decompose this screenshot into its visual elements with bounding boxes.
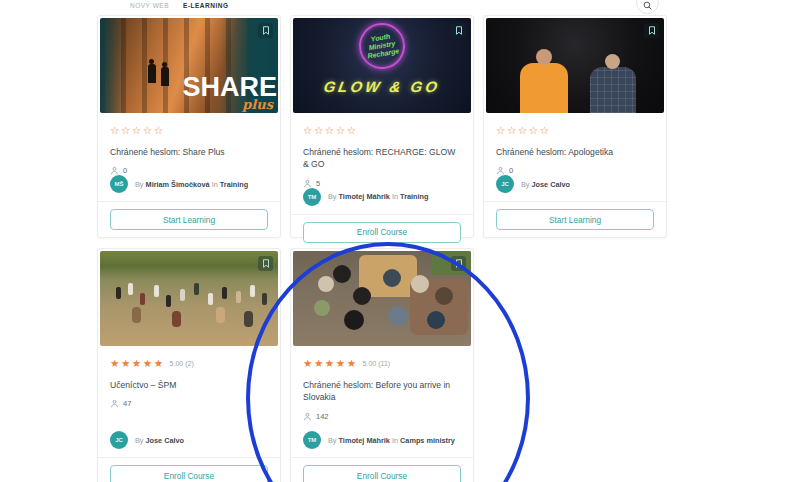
author-line: By Miriam Šimočková In Training — [135, 180, 248, 189]
star-empty-icon: ☆ — [143, 124, 154, 136]
star-empty-icon: ☆ — [303, 124, 314, 136]
bookmark-button[interactable] — [258, 256, 273, 271]
author-category: Training — [220, 180, 248, 189]
star-filled-icon: ★ — [303, 357, 314, 369]
course-card: ☆☆☆☆☆ Chránené heslom: Apologetika 0 JC … — [483, 15, 667, 238]
star-empty-icon: ☆ — [121, 124, 132, 136]
course-card-footer: Enroll Course — [98, 457, 280, 482]
star-rating: ★★★★★ — [303, 358, 358, 369]
author-name: Jose Calvo — [532, 180, 571, 189]
top-navigation: NOVÝ WEB E-LEARNING — [130, 2, 229, 9]
author-row: JC By Jose Calvo — [496, 175, 654, 201]
enrolled-count: 0 — [123, 166, 127, 175]
star-empty-icon: ☆ — [347, 124, 358, 136]
nav-item-novy-web[interactable]: NOVÝ WEB — [130, 2, 169, 9]
author-avatar: TM — [303, 431, 321, 449]
logo-text: Youth Ministry Recharge — [359, 30, 405, 61]
star-rating: ☆☆☆☆☆ — [110, 125, 165, 136]
enroll-button[interactable]: Start Learning — [110, 209, 268, 230]
author-line: By Jose Calvo — [521, 180, 570, 189]
course-card-body: ☆☆☆☆☆ Chránené heslom: Apologetika 0 JC … — [484, 115, 666, 201]
star-rating: ★★★★★ — [110, 358, 165, 369]
bookmark-icon — [455, 259, 463, 268]
author-avatar: MŠ — [110, 175, 128, 193]
enroll-button[interactable]: Enroll Course — [303, 222, 461, 243]
star-empty-icon: ☆ — [518, 124, 529, 136]
star-filled-icon: ★ — [110, 357, 121, 369]
bookmark-icon — [262, 26, 270, 35]
star-empty-icon: ☆ — [132, 124, 143, 136]
course-grid: SHAREplus ☆☆☆☆☆ Chránené heslom: Share P… — [97, 15, 667, 482]
author-line: By Timotej Máhrik In Camps ministry — [328, 436, 455, 445]
author-avatar: TM — [303, 188, 321, 206]
person-icon — [496, 166, 505, 175]
enroll-button[interactable]: Enroll Course — [110, 465, 268, 482]
rating-row: ☆☆☆☆☆ — [110, 124, 268, 136]
enrolled-count: 5 — [316, 179, 320, 188]
enroll-button[interactable]: Start Learning — [496, 209, 654, 230]
course-card-footer: Start Learning — [484, 201, 666, 237]
star-filled-icon: ★ — [132, 357, 143, 369]
author-row: MŠ By Miriam Šimočková In Training — [110, 175, 268, 201]
bookmark-icon — [648, 26, 656, 35]
enrolled-count: 142 — [316, 412, 329, 421]
star-empty-icon: ☆ — [507, 124, 518, 136]
rating-row: ☆☆☆☆☆ — [496, 124, 654, 136]
author-row: TM By Timotej Máhrik In Training — [303, 188, 461, 214]
course-image — [486, 18, 664, 113]
star-empty-icon: ☆ — [336, 124, 347, 136]
star-filled-icon: ★ — [154, 357, 165, 369]
star-filled-icon: ★ — [336, 357, 347, 369]
star-empty-icon: ☆ — [540, 124, 551, 136]
enrolled-row: 142 — [303, 412, 461, 421]
author-name: Jose Calvo — [146, 436, 185, 445]
sofa-shape — [410, 279, 468, 335]
group-figures — [293, 251, 299, 257]
nav-item-elearning[interactable]: E-LEARNING — [183, 2, 228, 9]
person-icon — [303, 179, 312, 188]
author-avatar: JC — [110, 431, 128, 449]
bookmark-button[interactable] — [451, 256, 466, 271]
sofa-shape — [359, 255, 417, 297]
bookmark-icon — [455, 26, 463, 35]
course-title[interactable]: Chránené heslom: Apologetika — [496, 146, 654, 158]
course-image: Youth Ministry RechargeGLOW & GO — [293, 18, 471, 113]
person-figure-right — [590, 67, 636, 113]
rating-row: ★★★★★ 5.00 (11) — [303, 357, 461, 369]
bookmark-button[interactable] — [644, 23, 659, 38]
course-title[interactable]: Chránené heslom: Before you arrive in Sl… — [303, 379, 461, 404]
star-rating: ☆☆☆☆☆ — [496, 125, 551, 136]
recharge-logo: Youth Ministry Recharge — [355, 19, 408, 72]
enrolled-row: 47 — [110, 399, 268, 408]
bookmark-button[interactable] — [258, 23, 273, 38]
bookmark-button[interactable] — [451, 23, 466, 38]
course-card-body: ☆☆☆☆☆ Chránené heslom: RECHARGE: GLOW & … — [291, 115, 473, 214]
star-empty-icon: ☆ — [154, 124, 165, 136]
course-title[interactable]: Chránené heslom: RECHARGE: GLOW & GO — [303, 146, 461, 171]
crowd-figures — [100, 251, 105, 263]
author-row: TM By Timotej Máhrik In Camps ministry — [303, 431, 461, 457]
author-category: Training — [400, 192, 428, 201]
course-card-body: ★★★★★ 5.00 (11) Chránené heslom: Before … — [291, 348, 473, 457]
course-card-body: ★★★★★ 5.00 (2) Učeníctvo – ŠPM 47 JC By … — [98, 348, 280, 457]
rating-value: 5.00 (11) — [363, 360, 391, 367]
course-title[interactable]: Chránené heslom: Share Plus — [110, 146, 268, 158]
rating-row: ☆☆☆☆☆ — [303, 124, 461, 136]
course-title[interactable]: Učeníctvo – ŠPM — [110, 379, 268, 391]
star-filled-icon: ★ — [121, 357, 132, 369]
enrolled-row: 0 — [110, 166, 268, 175]
course-card: SHAREplus ☆☆☆☆☆ Chránené heslom: Share P… — [97, 15, 281, 238]
course-card: Youth Ministry RechargeGLOW & GO ☆☆☆☆☆ C… — [290, 15, 474, 238]
person-figure-left — [520, 63, 568, 113]
enroll-button[interactable]: Enroll Course — [303, 465, 461, 482]
enrolled-count: 0 — [509, 166, 513, 175]
silhouette-figures — [148, 64, 156, 83]
rating-row: ★★★★★ 5.00 (2) — [110, 357, 268, 369]
author-row: JC By Jose Calvo — [110, 431, 268, 457]
course-image — [100, 251, 278, 346]
course-image: SHAREplus — [100, 18, 278, 113]
author-name: Timotej Máhrik — [339, 192, 390, 201]
elearning-catalog-page: NOVÝ WEB E-LEARNING SHAREplus ☆☆☆☆☆ Chrá… — [0, 0, 800, 482]
search-button[interactable] — [636, 0, 659, 14]
course-card: ★★★★★ 5.00 (2) Učeníctvo – ŠPM 47 JC By … — [97, 248, 281, 482]
